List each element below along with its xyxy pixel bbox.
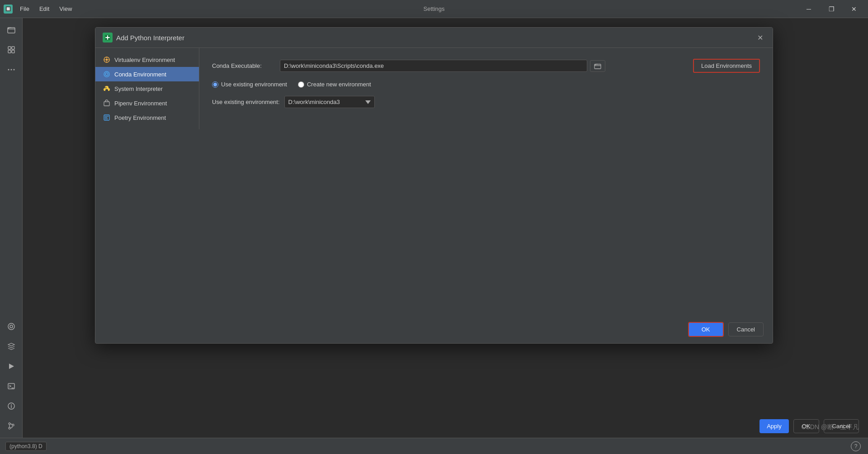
svg-point-19: [106, 59, 108, 61]
nav-pipenv[interactable]: Pipenv Environment: [95, 96, 199, 110]
dialog-icon: [103, 33, 113, 43]
bottom-cancel-button[interactable]: Cancel: [824, 419, 859, 433]
menu-file[interactable]: File: [15, 4, 34, 14]
svg-point-23: [107, 90, 108, 90]
nav-virtualenv[interactable]: Virtualenv Environment: [95, 52, 199, 67]
dialog-body: Virtualenv Environment Conda Environment: [95, 48, 773, 129]
environment-select[interactable]: D:\work\miniconda3: [284, 96, 375, 108]
svg-point-22: [105, 87, 106, 87]
use-existing-radio-label[interactable]: Use existing environment: [212, 81, 287, 88]
add-python-interpreter-dialog: Add Python Interpreter ✕: [95, 27, 773, 344]
dialog-footer: OK Cancel: [679, 316, 773, 343]
nav-system[interactable]: System Interpreter: [95, 81, 199, 96]
menu-edit[interactable]: Edit: [35, 4, 54, 14]
nav-pipenv-label: Pipenv Environment: [114, 100, 167, 107]
conda-icon: [103, 70, 111, 78]
apply-button[interactable]: Apply: [760, 419, 789, 433]
nav-system-label: System Interpreter: [114, 85, 163, 92]
browse-folder-button[interactable]: [590, 60, 605, 72]
python-icon: [103, 85, 111, 93]
svg-rect-24: [104, 102, 109, 106]
cancel-button[interactable]: Cancel: [728, 322, 764, 336]
nav-virtualenv-label: Virtualenv Environment: [114, 57, 175, 63]
minimize-button[interactable]: ─: [798, 2, 819, 16]
app-icon: 🔲: [4, 5, 13, 14]
conda-executable-label: Conda Executable:: [212, 62, 275, 69]
help-icon[interactable]: ?: [851, 441, 861, 451]
dialog-titlebar: Add Python Interpreter ✕: [95, 28, 773, 48]
use-existing-env-label: Use existing environment:: [212, 99, 280, 105]
ok-button[interactable]: OK: [688, 322, 724, 337]
menu-bar: File Edit View: [15, 4, 76, 14]
poetry-icon: [103, 114, 111, 122]
create-new-label: Create new environment: [307, 81, 371, 88]
pipenv-icon: [103, 99, 111, 107]
nav-conda-label: Conda Environment: [114, 71, 166, 78]
use-existing-radio[interactable]: [212, 81, 218, 88]
titlebar-title: Settings: [424, 5, 445, 12]
python-version-badge: (python3.8) D: [5, 442, 47, 451]
radio-group: Use existing environment Create new envi…: [212, 81, 760, 88]
nav-conda[interactable]: Conda Environment: [95, 67, 199, 81]
bottom-footer-buttons: Apply OK Cancel: [750, 415, 868, 438]
maximize-button[interactable]: ❐: [821, 2, 842, 16]
svg-point-20: [104, 71, 109, 77]
titlebar: 🔲 File Edit View Settings ─ ❐ ✕: [0, 0, 868, 18]
use-existing-label: Use existing environment: [221, 81, 287, 88]
bottom-ok-button[interactable]: OK: [793, 419, 819, 433]
menu-view[interactable]: View: [55, 4, 76, 14]
virtualenv-icon: [103, 56, 111, 64]
load-environments-button[interactable]: Load Environments: [693, 59, 760, 73]
dialog-close-button[interactable]: ✕: [755, 32, 765, 43]
window-close-button[interactable]: ✕: [844, 2, 864, 16]
create-new-radio-label[interactable]: Create new environment: [298, 81, 371, 88]
content-panel: Conda Executable: Load Env: [199, 48, 773, 129]
svg-point-21: [105, 73, 108, 76]
conda-executable-row: Conda Executable: Load Env: [212, 59, 760, 73]
use-existing-env-row: Use existing environment: D:\work\minico…: [212, 96, 760, 108]
dialog-title: Add Python Interpreter: [116, 34, 184, 42]
nav-panel: Virtualenv Environment Conda Environment: [95, 48, 199, 129]
nav-poetry[interactable]: Poetry Environment: [95, 110, 199, 125]
nav-poetry-label: Poetry Environment: [114, 114, 166, 121]
conda-executable-input[interactable]: [280, 60, 587, 72]
statusbar: (python3.8) D ?: [0, 438, 868, 454]
main-layout: Add Python Interpreter ✕: [0, 18, 868, 454]
dialog-overlay: Add Python Interpreter ✕: [0, 18, 868, 454]
window-controls: ─ ❐ ✕: [798, 2, 864, 16]
create-new-radio[interactable]: [298, 81, 304, 88]
conda-executable-input-group: [280, 60, 689, 72]
